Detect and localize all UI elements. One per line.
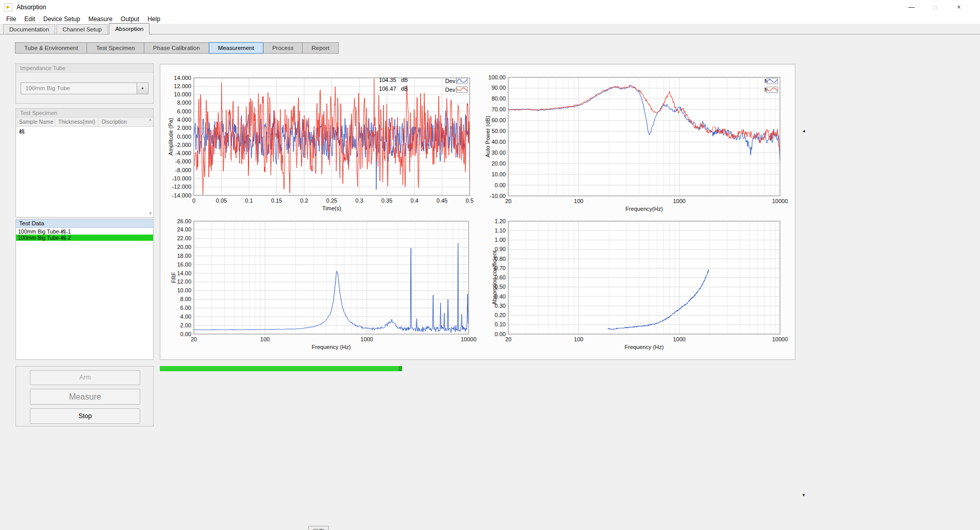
menu-item-device-setup[interactable]: Device Setup xyxy=(39,14,84,24)
svg-text:6.000: 6.000 xyxy=(177,108,191,114)
subtab-measurement[interactable]: Measurement xyxy=(209,42,263,54)
control-buttons-panel: Arm Measure Stop xyxy=(15,366,154,426)
tab-strip: DocumentationChannel SetupAbsorption xyxy=(0,24,980,35)
legend-item[interactable]: Mic 2 xyxy=(765,86,778,93)
window-title: Absorption xyxy=(16,0,46,14)
close-button[interactable]: × xyxy=(947,0,971,14)
subtab-strip: Tube & EnvironmentTest SpecimenPhase Cal… xyxy=(15,42,339,54)
column-discription[interactable]: Discription xyxy=(98,118,153,126)
test-data-item[interactable]: 100mm Big Tube-棉-1 xyxy=(16,228,153,235)
waveform-icon xyxy=(767,87,778,93)
readout-value: 104.35 xyxy=(379,77,396,83)
footer-tab[interactable]: 画面 xyxy=(308,526,329,530)
title-bar: ▶ Absorption — □ × xyxy=(0,0,980,14)
column-sample-name[interactable]: Sample Name xyxy=(16,118,55,126)
svg-text:1.10: 1.10 xyxy=(495,227,506,234)
auto-power-chart: 100.0090.0080.0070.0060.0050.0040.0030.0… xyxy=(480,65,794,216)
tab-absorption[interactable]: Absorption xyxy=(109,23,150,35)
svg-text:-2.000: -2.000 xyxy=(175,142,191,148)
menu-item-help[interactable]: Help xyxy=(143,14,164,24)
scroll-down-icon[interactable]: v xyxy=(149,211,152,216)
svg-text:12.00: 12.00 xyxy=(177,278,191,285)
maximize-button[interactable]: □ xyxy=(923,0,947,14)
menu-item-output[interactable]: Output xyxy=(117,14,143,24)
svg-text:30.00: 30.00 xyxy=(491,150,506,156)
mic-legend: Mic 1 Mic 2 xyxy=(765,77,778,93)
svg-text:0.00: 0.00 xyxy=(495,182,506,188)
svg-text:16.00: 16.00 xyxy=(177,261,191,268)
svg-text:50.00: 50.00 xyxy=(491,128,506,134)
minimize-button[interactable]: — xyxy=(900,0,923,14)
legend-item[interactable]: Mic 1 xyxy=(765,77,778,85)
scroll-left-icon[interactable]: ◄ xyxy=(802,129,806,134)
subtab-phase-calibration[interactable]: Phase Calibration xyxy=(144,42,209,54)
svg-text:0.5: 0.5 xyxy=(466,197,473,204)
tab-documentation[interactable]: Documentation xyxy=(3,24,55,34)
svg-text:10.00: 10.00 xyxy=(491,171,506,177)
svg-text:14.00: 14.00 xyxy=(177,270,191,276)
svg-text:1.20: 1.20 xyxy=(495,218,506,224)
menu-item-edit[interactable]: Edit xyxy=(20,14,39,24)
measure-button[interactable]: Measure xyxy=(30,389,140,405)
svg-text:10000: 10000 xyxy=(772,198,788,204)
svg-text:100.00: 100.00 xyxy=(488,74,506,80)
legend-item[interactable]: Dev1/ai0 xyxy=(445,77,468,85)
svg-text:100: 100 xyxy=(574,198,583,204)
svg-text:10000: 10000 xyxy=(772,336,788,342)
stop-button[interactable]: Stop xyxy=(30,408,140,424)
svg-text:20.00: 20.00 xyxy=(177,244,191,250)
svg-text:8.00: 8.00 xyxy=(180,296,191,302)
frf-chart: 26.0024.0022.0020.0018.0016.0014.0012.00… xyxy=(161,216,480,359)
svg-text:4.000: 4.000 xyxy=(177,117,191,123)
svg-text:0: 0 xyxy=(192,197,195,204)
column-thickness-mm[interactable]: Thickness(mm) xyxy=(55,118,98,126)
subtab-tube-environment[interactable]: Tube & Environment xyxy=(15,42,87,54)
progress-bar-cap xyxy=(398,366,402,371)
svg-text:20.00: 20.00 xyxy=(491,160,506,167)
svg-text:0.4: 0.4 xyxy=(410,197,418,204)
subtab-report[interactable]: Report xyxy=(302,42,339,54)
svg-text:22.00: 22.00 xyxy=(177,235,191,241)
svg-text:Auto Power (dB): Auto Power (dB) xyxy=(485,116,491,158)
arm-button[interactable]: Arm xyxy=(30,370,140,385)
window-controls: — □ × xyxy=(900,0,971,14)
svg-text:0.35: 0.35 xyxy=(381,197,392,204)
svg-text:0.1: 0.1 xyxy=(245,197,253,204)
svg-text:0.00: 0.00 xyxy=(495,331,506,337)
readout-value: 106.47 xyxy=(379,86,396,92)
readout-row: 106.47dB xyxy=(318,86,408,94)
subtab-test-specimen[interactable]: Test Specimen xyxy=(87,42,144,54)
svg-text:100: 100 xyxy=(574,336,583,342)
specimen-table-body[interactable]: 棉 xyxy=(16,127,153,136)
svg-text:0.45: 0.45 xyxy=(437,197,447,204)
test-data-item[interactable]: 100mm Big Tube-棉-2 xyxy=(16,235,153,241)
svg-text:26.00: 26.00 xyxy=(177,218,191,224)
scroll-down-arrow-icon[interactable]: ▼ xyxy=(802,493,806,498)
readout-row: 104.35dB xyxy=(318,77,408,86)
tab-channel-setup[interactable]: Channel Setup xyxy=(56,24,108,34)
waveform-icon xyxy=(456,78,468,84)
right-scrollbar[interactable]: ◄ ▼ xyxy=(800,35,808,530)
svg-text:0.25: 0.25 xyxy=(326,197,337,204)
scroll-up-icon[interactable]: ^ xyxy=(149,119,152,124)
menu-bar: FileEditDevice SetupMeasureOutputHelp xyxy=(0,14,980,24)
app-icon: ▶ xyxy=(4,3,12,11)
svg-text:20: 20 xyxy=(505,198,511,204)
menu-item-measure[interactable]: Measure xyxy=(84,14,117,24)
tube-select-value: 100mm Big Tube xyxy=(25,85,70,91)
test-data-list: 100mm Big Tube-棉-1100mm Big Tube-棉-2 xyxy=(15,228,154,360)
tube-select[interactable]: 100mm Big Tube ▼ xyxy=(21,82,148,94)
subtab-process[interactable]: Process xyxy=(263,42,303,54)
svg-text:20: 20 xyxy=(191,336,197,342)
svg-text:90.00: 90.00 xyxy=(491,85,506,91)
menu-item-file[interactable]: File xyxy=(2,14,20,24)
svg-text:Amplitude (Pa): Amplitude (Pa) xyxy=(168,118,174,156)
legend-item[interactable]: Dev1/ai1 xyxy=(445,86,468,93)
chevron-down-icon[interactable]: ▼ xyxy=(137,83,148,94)
svg-text:0.3: 0.3 xyxy=(355,197,363,204)
svg-text:0.00: 0.00 xyxy=(180,331,191,337)
svg-text:-14.000: -14.000 xyxy=(172,192,191,198)
waveform-icon xyxy=(456,87,468,93)
test-specimen-group: Test Specimen Sample NameThickness(mm)Di… xyxy=(15,108,154,218)
specimen-row[interactable]: 棉 xyxy=(16,127,153,136)
